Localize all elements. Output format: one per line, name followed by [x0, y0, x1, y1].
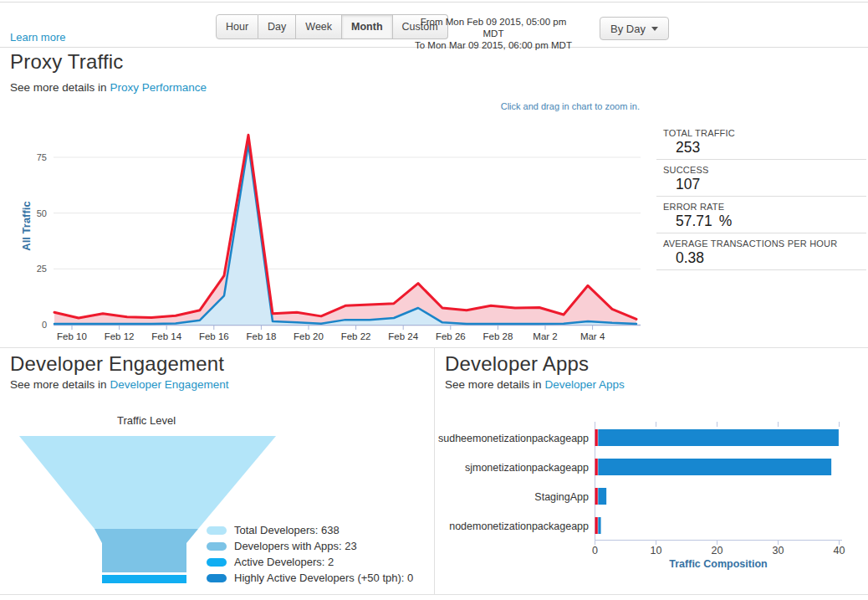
proxy-performance-link[interactable]: Proxy Performance: [110, 81, 207, 94]
bar-x-tick-label: 20: [712, 545, 723, 556]
legend-item: Active Developers: 2: [207, 554, 413, 570]
legend-swatch: [207, 542, 227, 551]
funnel-stage-total-developers: [19, 436, 276, 529]
bar-x-axis-title: Traffic Composition: [669, 558, 767, 570]
legend-swatch: [207, 558, 227, 567]
bar-success-segment: [598, 517, 600, 534]
subtitle-prefix: See more details in: [445, 378, 542, 391]
x-tick-label: Feb 10: [57, 331, 87, 341]
bar-category-label: sudheemonetizationpackageapp: [438, 433, 589, 444]
developer-apps-title: Developer Apps: [445, 352, 589, 376]
stat-value-unit: %: [719, 213, 733, 229]
y-axis-title: All Traffic: [20, 201, 33, 250]
stat-label: AVERAGE TRANSACTIONS PER HOUR: [656, 238, 866, 249]
stat-row: ERROR RATE57.71%: [656, 202, 866, 233]
range-button-day[interactable]: Day: [258, 14, 296, 39]
x-tick-label: Mar 4: [580, 331, 605, 341]
x-tick-label: Feb 18: [246, 331, 276, 341]
y-tick-label: 0: [42, 320, 47, 330]
bar-error-segment: [595, 517, 598, 534]
stat-value-number: 253: [676, 139, 700, 156]
bar-x-tick-label: 10: [651, 545, 662, 556]
learn-more-link[interactable]: Learn more: [10, 31, 65, 44]
stat-value: 107: [656, 175, 866, 197]
all-traffic-area: [54, 135, 636, 325]
legend-swatch: [207, 526, 227, 535]
y-tick-label: 50: [37, 208, 47, 218]
x-tick-label: Feb 16: [199, 331, 229, 341]
stat-value: 0.38: [656, 249, 866, 270]
stat-row: TOTAL TRAFFIC253: [656, 128, 866, 160]
range-button-hour[interactable]: Hour: [216, 14, 258, 39]
developer-apps-link[interactable]: Developer Apps: [545, 378, 625, 391]
stat-value-number: 0.38: [676, 249, 704, 266]
legend-label: Developers with Apps: 23: [234, 540, 357, 552]
x-tick-label: Mar 2: [533, 331, 557, 341]
proxy-traffic-subtitle: See more details inProxy Performance: [10, 81, 207, 94]
interval-dropdown-button[interactable]: By Day: [600, 17, 669, 40]
bar-error-segment: [595, 429, 598, 446]
legend-item: Highly Active Developers (+50 tph): 0: [207, 570, 413, 586]
stat-value: 253: [656, 138, 866, 160]
x-tick-label: Feb 26: [436, 331, 466, 341]
y-tick-label: 25: [37, 264, 47, 274]
stat-label: ERROR RATE: [656, 202, 866, 212]
x-tick-label: Feb 20: [294, 331, 324, 341]
subtitle-prefix: See more details in: [10, 81, 107, 94]
chevron-down-icon: [651, 27, 658, 31]
header-bar: Learn more HourDayWeekMonthCustom From M…: [0, 3, 868, 48]
legend-swatch: [207, 574, 227, 582]
subtitle-prefix: See more details in: [10, 378, 107, 391]
stat-value-number: 57.71: [676, 213, 712, 229]
stat-label: TOTAL TRAFFIC: [656, 128, 866, 138]
funnel-stage-active-developers: [102, 575, 186, 583]
funnel-title: Traffic Level: [0, 414, 293, 427]
developer-apps-subtitle: See more details inDeveloper Apps: [445, 378, 625, 391]
success-line: [54, 144, 636, 324]
date-range: From Mon Feb 09 2015, 05:00 pm MDT To Mo…: [413, 16, 574, 51]
funnel-legend: Total Developers: 638Developers with App…: [207, 522, 413, 586]
y-tick-label: 75: [37, 152, 47, 162]
bar-error-segment: [595, 488, 598, 505]
developer-apps-svg: 010203040sudheemonetizationpackageappsjm…: [435, 417, 868, 580]
legend-label: Highly Active Developers (+50 tph): 0: [234, 572, 413, 584]
developer-engagement-link[interactable]: Developer Engagement: [110, 378, 229, 391]
bar-x-tick-label: 40: [834, 545, 845, 556]
x-tick-label: Feb 28: [483, 331, 513, 341]
x-tick-label: Feb 14: [151, 331, 181, 341]
stat-value-number: 107: [676, 176, 700, 192]
stat-row: SUCCESS107: [656, 165, 866, 197]
developer-engagement-subtitle: See more details inDeveloper Engagement: [10, 378, 228, 391]
date-range-to: To Mon Mar 09 2015, 06:00 pm MDT: [413, 39, 574, 51]
bar-x-tick-label: 30: [773, 545, 784, 556]
funnel-stage-developers-with-apps: [94, 529, 198, 572]
range-button-week[interactable]: Week: [296, 14, 342, 39]
interval-dropdown-label: By Day: [610, 23, 646, 35]
all-traffic-line: [54, 135, 636, 319]
stat-value: 57.71%: [656, 212, 866, 233]
stat-row: AVERAGE TRANSACTIONS PER HOUR0.38: [656, 238, 866, 270]
x-tick-label: Feb 24: [388, 331, 418, 341]
legend-item: Total Developers: 638: [207, 522, 413, 538]
bar-category-label: sjmonetizationpackageapp: [465, 462, 589, 474]
legend-label: Total Developers: 638: [234, 524, 340, 536]
proxy-traffic-title: Proxy Traffic: [10, 50, 124, 74]
bottom-divider: [0, 594, 868, 595]
success-area: [54, 144, 636, 325]
legend-item: Developers with Apps: 23: [207, 538, 413, 554]
range-button-month[interactable]: Month: [342, 14, 392, 39]
proxy-traffic-chart-svg: 0255075Feb 10Feb 12Feb 14Feb 16Feb 18Feb…: [0, 117, 648, 345]
date-range-from: From Mon Feb 09 2015, 05:00 pm MDT: [413, 16, 574, 39]
bar-x-tick-label: 0: [592, 545, 598, 556]
bar-category-label: StagingApp: [534, 491, 589, 503]
bar-error-segment: [595, 459, 598, 475]
analytics-dashboard: Learn more HourDayWeekMonthCustom From M…: [0, 0, 868, 600]
bar-success-segment: [598, 488, 606, 505]
chart-zoom-hint: Click and drag in chart to zoom in.: [493, 101, 640, 111]
legend-label: Active Developers: 2: [234, 556, 334, 568]
traffic-stats-panel: TOTAL TRAFFIC253SUCCESS107ERROR RATE57.7…: [656, 128, 866, 275]
bar-category-label: nodemonetizationpackageapp: [449, 521, 589, 532]
proxy-traffic-chart[interactable]: 0255075Feb 10Feb 12Feb 14Feb 16Feb 18Feb…: [0, 117, 648, 345]
x-tick-label: Feb 12: [105, 331, 135, 341]
bar-success-segment: [598, 459, 831, 475]
